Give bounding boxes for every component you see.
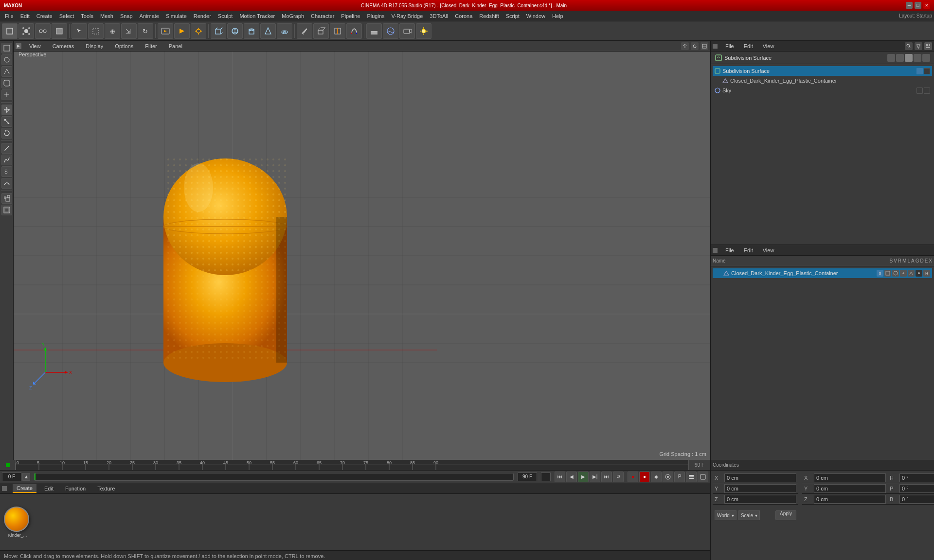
grey-btn[interactable] (914, 54, 921, 62)
menu-plugins[interactable]: Plugins (364, 12, 387, 20)
layout-icon[interactable] (924, 42, 932, 50)
record-button[interactable]: ● (628, 472, 638, 482)
menu-redshift[interactable]: Redshift (476, 12, 502, 20)
play-button[interactable]: ▶ (578, 472, 589, 482)
next-frame-button[interactable]: ▶| (590, 472, 600, 482)
left-btn-8[interactable] (1, 178, 12, 189)
render-button[interactable] (174, 23, 190, 39)
viewport[interactable]: Y X Z Grid Spacing : 1 cm (14, 52, 710, 460)
cylinder-button[interactable] (244, 23, 259, 39)
left-btn-rotate[interactable] (1, 128, 12, 139)
viewport-settings[interactable] (691, 42, 699, 50)
sphere-button[interactable] (227, 23, 243, 39)
coord-x-input[interactable] (724, 473, 796, 482)
powerslider-button[interactable]: P (674, 472, 685, 482)
render-settings-button[interactable] (191, 23, 206, 39)
attr-row-kinder[interactable]: Closed_Dark_Kinder_Egg_Plastic_Container… (713, 268, 932, 278)
move-button[interactable]: ⊕ (105, 23, 120, 39)
viewport-expand[interactable] (681, 42, 689, 50)
live-selection-button[interactable] (72, 23, 87, 39)
menu-animate[interactable]: Animate (137, 12, 162, 20)
tab-filter[interactable]: Filter (141, 42, 161, 50)
tree-item-sky[interactable]: Sky (713, 86, 932, 95)
loop-cut-button[interactable] (330, 23, 345, 39)
menu-motion-tracker[interactable]: Motion Tracker (236, 12, 278, 20)
prev-frame-button[interactable]: ◀ (566, 472, 577, 482)
model-mode-button[interactable] (2, 23, 18, 39)
menu-window[interactable]: Window (523, 12, 548, 20)
left-btn-7[interactable]: S (1, 166, 12, 177)
grey-btn2[interactable] (922, 54, 930, 62)
rotate-button[interactable]: ↻ (138, 23, 153, 39)
tab-create[interactable]: Create (13, 484, 36, 493)
menu-select[interactable]: Select (56, 12, 77, 20)
filter-icon[interactable] (915, 42, 922, 50)
menu-help[interactable]: Help (549, 12, 566, 20)
go-start-button[interactable]: ⏮ (555, 472, 565, 482)
left-btn-pen[interactable] (1, 143, 12, 154)
edges-mode-button[interactable] (35, 23, 51, 39)
left-btn-scale[interactable] (1, 116, 12, 127)
world-dropdown[interactable]: World ▾ (715, 510, 736, 520)
coord-b-input[interactable] (814, 495, 886, 504)
left-btn-move[interactable] (1, 105, 12, 115)
tree-item-subdivision[interactable]: Subdivision Surface (713, 66, 932, 76)
menu-mograph[interactable]: MoGraph (279, 12, 307, 20)
tab-function[interactable]: Function (61, 485, 90, 492)
tab-edit-mat[interactable]: Edit (40, 485, 57, 492)
menu-script[interactable]: Script (503, 12, 522, 20)
options-button[interactable] (686, 472, 697, 482)
attr-view[interactable]: View (760, 246, 777, 254)
tab-texture[interactable]: Texture (93, 485, 119, 492)
tree-item-kinder[interactable]: Closed_Dark_Kinder_Egg_Plastic_Container (713, 76, 932, 86)
left-btn-10[interactable] (1, 205, 12, 215)
current-frame-input[interactable] (2, 472, 21, 481)
timeline-options-button[interactable] (698, 472, 708, 482)
scale-dropdown[interactable]: Scale ▾ (738, 510, 760, 520)
viewport-layout[interactable] (700, 42, 708, 50)
knife-button[interactable] (297, 23, 312, 39)
tab-options[interactable]: Options (111, 42, 137, 50)
menu-vray[interactable]: V-Ray Bridge (389, 12, 426, 20)
menu-simulate[interactable]: Simulate (163, 12, 190, 20)
left-btn-1[interactable] (1, 43, 12, 53)
menu-edit[interactable]: Edit (18, 12, 33, 20)
extrude-button[interactable] (313, 23, 329, 39)
menu-mesh[interactable]: Mesh (97, 12, 116, 20)
menu-character[interactable]: Character (308, 12, 337, 20)
magnet-button[interactable] (346, 23, 362, 39)
panel-file[interactable]: File (722, 42, 737, 50)
minimize-button[interactable]: ─ (906, 2, 913, 9)
panel-view[interactable]: View (760, 42, 777, 50)
timeline-ruler[interactable]: 0 5 10 15 20 25 30 35 40 (16, 460, 688, 471)
tab-display[interactable]: Display (82, 42, 107, 50)
torus-button[interactable] (277, 23, 292, 39)
left-btn-3[interactable] (1, 66, 12, 77)
left-btn-2[interactable] (1, 54, 12, 65)
menu-file[interactable]: File (2, 12, 17, 20)
go-end-button[interactable]: ⏭ (601, 472, 612, 482)
menu-create[interactable]: Create (34, 12, 55, 20)
maximize-button[interactable]: □ (915, 2, 921, 9)
tab-view[interactable]: View (25, 42, 45, 50)
cone-button[interactable] (260, 23, 276, 39)
camera-button[interactable] (399, 23, 415, 39)
close-button[interactable]: ✕ (923, 2, 930, 9)
frame-inc[interactable] (22, 473, 30, 481)
cube-button[interactable] (211, 23, 226, 39)
sky-button[interactable] (383, 23, 398, 39)
dot-btn[interactable] (896, 54, 904, 62)
rect-selection-button[interactable] (88, 23, 104, 39)
coord-hh-input[interactable] (899, 473, 934, 482)
coord-h-input[interactable] (814, 473, 886, 482)
loop-button[interactable]: ↺ (613, 472, 624, 482)
render-view-button[interactable] (158, 23, 173, 39)
left-btn-9[interactable] (1, 193, 12, 204)
material-ball[interactable] (4, 507, 29, 532)
fps-input[interactable] (541, 472, 551, 481)
coord-p-input[interactable] (814, 484, 886, 493)
keyframe-button[interactable]: ◆ (651, 472, 662, 482)
menu-snap[interactable]: Snap (117, 12, 136, 20)
coord-bb-input[interactable] (899, 495, 934, 504)
light-button[interactable] (416, 23, 431, 39)
